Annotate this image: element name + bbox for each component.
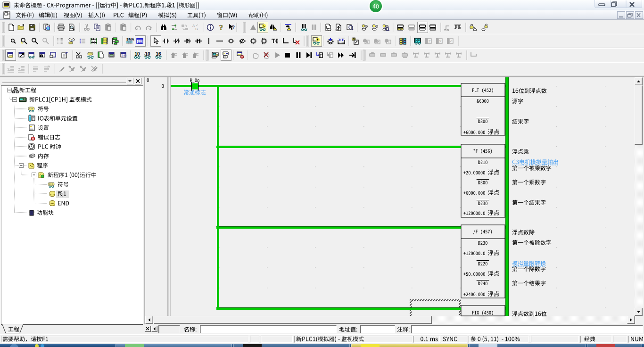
svg-text:✓: ✓ <box>450 39 453 43</box>
svg-text:10: 10 <box>134 51 140 57</box>
svg-text:?: ? <box>232 24 235 31</box>
svg-text:16: 16 <box>156 51 161 57</box>
svg-text:X: X <box>439 39 442 43</box>
svg-text:Z: Z <box>429 39 431 43</box>
svg-text:CI: CI <box>138 40 142 44</box>
svg-text:?: ? <box>219 23 223 32</box>
svg-text:0.02: 0.02 <box>122 56 127 58</box>
svg-text:SMA: SMA <box>126 37 134 41</box>
svg-text:w: w <box>71 38 73 41</box>
